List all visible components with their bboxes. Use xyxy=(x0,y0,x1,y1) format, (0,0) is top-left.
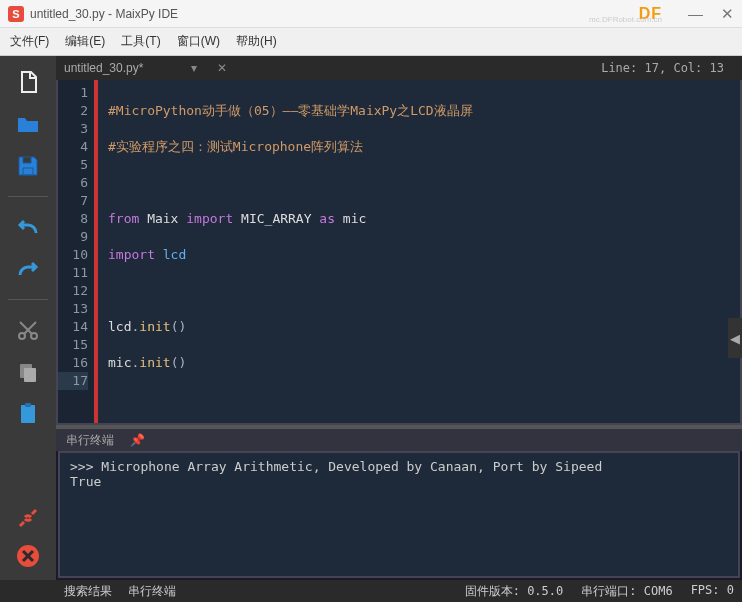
collapse-handle-icon[interactable]: ◀ xyxy=(728,318,742,358)
status-tab-search[interactable]: 搜索结果 xyxy=(64,583,112,600)
terminal-title[interactable]: 串行终端 xyxy=(66,432,114,449)
titlebar: S untitled_30.py - MaixPy IDE DF mc.DFRo… xyxy=(0,0,742,28)
tab-close-icon[interactable]: ✕ xyxy=(217,61,227,75)
terminal-output[interactable]: >>> Microphone Array Arithmetic, Develop… xyxy=(58,451,740,578)
minimize-button[interactable]: — xyxy=(688,5,703,22)
redo-icon[interactable] xyxy=(14,255,42,283)
fps-indicator: FPS: 0 xyxy=(691,583,734,600)
code-editor[interactable]: 1234567891011121314151617 #MicroPython动手… xyxy=(56,80,742,425)
menubar: 文件(F) 编辑(E) 工具(T) 窗口(W) 帮助(H) xyxy=(0,28,742,56)
line-gutter: 1234567891011121314151617 xyxy=(58,80,94,423)
serial-port: 串行端口: COM6 xyxy=(581,583,672,600)
tab-dropdown-icon[interactable]: ▾ xyxy=(191,61,197,75)
paste-icon[interactable] xyxy=(14,400,42,428)
app-icon: S xyxy=(8,6,24,22)
disconnect-icon[interactable] xyxy=(14,504,42,532)
close-window-button[interactable]: ✕ xyxy=(721,5,734,23)
window-title: untitled_30.py - MaixPy IDE xyxy=(30,7,178,21)
statusbar: 搜索结果 串行终端 固件版本: 0.5.0 串行端口: COM6 FPS: 0 xyxy=(0,580,742,602)
copy-icon[interactable] xyxy=(14,358,42,386)
editor-area: untitled_30.py* ▾ ✕ Line: 17, Col: 13 12… xyxy=(56,56,742,580)
tab-bar: untitled_30.py* ▾ ✕ Line: 17, Col: 13 xyxy=(56,56,742,80)
stop-icon[interactable] xyxy=(14,542,42,570)
sidebar xyxy=(0,56,56,580)
pin-icon[interactable]: 📌 xyxy=(130,433,145,447)
menu-edit[interactable]: 编辑(E) xyxy=(65,33,105,50)
firmware-version: 固件版本: 0.5.0 xyxy=(465,583,564,600)
open-folder-icon[interactable] xyxy=(14,110,42,138)
svg-rect-3 xyxy=(24,368,36,382)
save-icon[interactable] xyxy=(14,152,42,180)
cut-icon[interactable] xyxy=(14,316,42,344)
svg-rect-5 xyxy=(25,403,31,407)
menu-help[interactable]: 帮助(H) xyxy=(236,33,277,50)
df-url: mc.DFRobot.com.cn xyxy=(589,15,662,24)
line-col-indicator: Line: 17, Col: 13 xyxy=(601,61,724,75)
menu-tool[interactable]: 工具(T) xyxy=(121,33,160,50)
menu-file[interactable]: 文件(F) xyxy=(10,33,49,50)
svg-rect-4 xyxy=(21,405,35,423)
new-file-icon[interactable] xyxy=(14,68,42,96)
status-tab-terminal[interactable]: 串行终端 xyxy=(128,583,176,600)
terminal-panel: 串行终端 📌 >>> Microphone Array Arithmetic, … xyxy=(56,425,742,580)
menu-window[interactable]: 窗口(W) xyxy=(177,33,220,50)
tab-filename[interactable]: untitled_30.py* xyxy=(64,61,143,75)
code-content[interactable]: #MicroPython动手做（05）——零基础学MaixPy之LCD液晶屏 #… xyxy=(98,80,740,423)
undo-icon[interactable] xyxy=(14,213,42,241)
